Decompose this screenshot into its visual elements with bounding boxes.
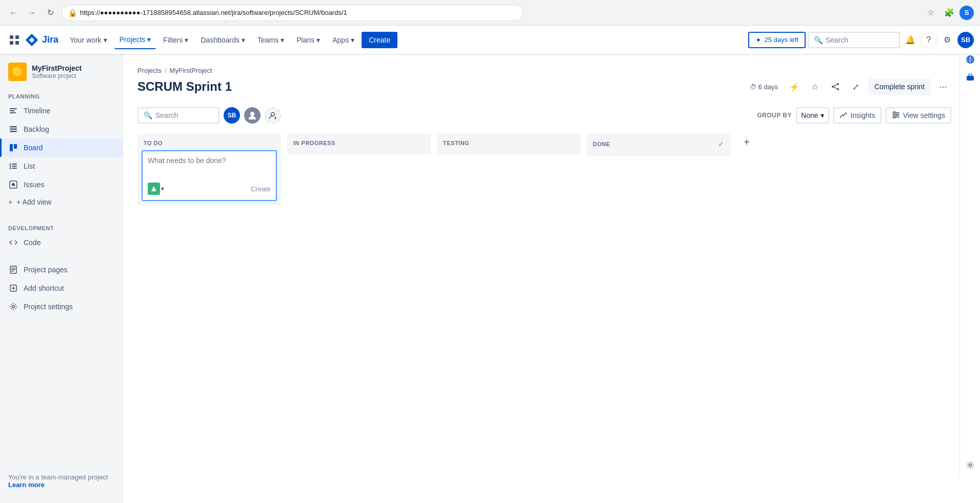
main-area: 🟡 MyFirstProject Software project PLANNI… bbox=[0, 54, 980, 503]
search-icon: 🔍 bbox=[814, 36, 823, 44]
breadcrumb-projects[interactable]: Projects bbox=[137, 67, 162, 74]
notifications-button[interactable]: 🔔 bbox=[902, 32, 918, 48]
right-sidebar bbox=[959, 29, 980, 477]
svg-rect-3 bbox=[15, 41, 19, 45]
svg-rect-23 bbox=[11, 271, 14, 272]
add-issue-card[interactable]: ▾ Create bbox=[142, 150, 277, 201]
left-sidebar: 🟡 MyFirstProject Software project PLANNI… bbox=[0, 54, 123, 503]
avatar-filter-user[interactable] bbox=[244, 107, 261, 124]
projects-nav[interactable]: Projects ▾ bbox=[114, 31, 156, 49]
days-left: 6 days bbox=[758, 83, 778, 91]
card-actions: ▾ Create bbox=[148, 183, 271, 195]
avatar-filter-sb[interactable]: SB bbox=[224, 107, 240, 124]
issue-type-dropdown[interactable]: ▾ bbox=[161, 185, 164, 192]
fullscreen-button[interactable]: ⤢ bbox=[848, 78, 864, 95]
filters-nav[interactable]: Filters ▾ bbox=[158, 31, 193, 49]
column-inprogress-title: IN PROGRESS bbox=[293, 140, 425, 146]
sidebar-item-list[interactable]: List bbox=[0, 157, 123, 175]
top-navigation: Jira Your work ▾ Projects ▾ Filters ▾ Da… bbox=[0, 26, 980, 54]
browser-profile-btn[interactable]: S bbox=[959, 6, 974, 20]
chevron-icon: ▾ bbox=[281, 36, 284, 44]
group-by-label: GROUP BY bbox=[757, 112, 792, 119]
sidebar-item-timeline[interactable]: Timeline bbox=[0, 102, 123, 120]
sidebar-item-code[interactable]: Code bbox=[0, 233, 123, 252]
teams-nav[interactable]: Teams ▾ bbox=[252, 31, 289, 49]
done-check-icon: ✓ bbox=[718, 140, 724, 148]
svg-rect-7 bbox=[10, 126, 17, 128]
add-issue-input[interactable] bbox=[148, 156, 271, 177]
more-options-button[interactable]: ··· bbox=[935, 78, 951, 95]
complete-sprint-button[interactable]: Complete sprint bbox=[868, 78, 931, 95]
svg-point-29 bbox=[832, 86, 834, 88]
issue-type-button[interactable] bbox=[148, 183, 160, 195]
sidebar-item-issues[interactable]: Issues bbox=[0, 175, 123, 194]
create-button[interactable]: Create bbox=[362, 32, 397, 48]
sidebar-divider bbox=[8, 214, 114, 215]
url-text: https://●●●●●●●●●●-1718858954658.atlassi… bbox=[80, 9, 347, 16]
svg-line-32 bbox=[834, 87, 837, 89]
sidebar-item-project-settings[interactable]: Project settings bbox=[0, 297, 123, 316]
chart-icon bbox=[839, 111, 848, 120]
column-todo: TO DO ▾ Create bbox=[137, 134, 281, 205]
browser-star-btn[interactable]: ☆ bbox=[923, 5, 939, 21]
clock-icon: ⏱ bbox=[750, 83, 756, 91]
board-toolbar: 🔍 Search SB GROUP BY None ▾ bbox=[137, 107, 951, 124]
share-button[interactable] bbox=[827, 78, 844, 95]
svg-rect-10 bbox=[10, 144, 13, 151]
search-box[interactable]: 🔍 Search bbox=[808, 32, 900, 48]
column-inprogress-header: IN PROGRESS bbox=[291, 138, 427, 150]
apps-grid-button[interactable] bbox=[6, 32, 23, 48]
breadcrumb-project[interactable]: MyFirstProject bbox=[170, 67, 212, 74]
team-managed-text: You're in a team-managed project bbox=[8, 473, 108, 481]
backlog-icon bbox=[8, 124, 18, 134]
svg-rect-17 bbox=[12, 168, 17, 169]
jira-logo[interactable]: Jira bbox=[25, 33, 58, 47]
board-icon bbox=[8, 143, 18, 153]
browser-extensions-btn[interactable]: 🧩 bbox=[941, 5, 957, 21]
column-done-header: DONE ✓ bbox=[591, 138, 726, 152]
sidebar-item-board[interactable]: Board bbox=[0, 138, 123, 157]
lightning-button[interactable]: ⚡ bbox=[786, 78, 803, 95]
sidebar-item-backlog[interactable]: Backlog bbox=[0, 120, 123, 138]
breadcrumb-separator: / bbox=[165, 67, 167, 74]
plans-nav[interactable]: Plans ▾ bbox=[291, 31, 325, 49]
your-work-nav[interactable]: Your work ▾ bbox=[65, 31, 112, 49]
search-icon: 🔍 bbox=[144, 111, 152, 119]
chevron-icon: ▾ bbox=[351, 36, 354, 44]
timeline-icon bbox=[8, 106, 18, 116]
time-badge: ⏱ 6 days bbox=[750, 83, 778, 91]
svg-rect-4 bbox=[10, 108, 17, 109]
add-column-button[interactable]: + bbox=[738, 134, 755, 150]
learn-more-link[interactable]: Learn more bbox=[8, 481, 45, 489]
right-sidebar-blue-btn[interactable] bbox=[962, 70, 978, 86]
board-search[interactable]: 🔍 Search bbox=[137, 107, 219, 124]
add-view-button[interactable]: + + Add view bbox=[0, 194, 123, 210]
svg-rect-0 bbox=[10, 35, 13, 39]
forward-button[interactable]: → bbox=[25, 6, 39, 20]
back-button[interactable]: ← bbox=[6, 6, 21, 20]
right-sidebar-settings-btn[interactable] bbox=[962, 457, 978, 473]
apps-nav[interactable]: Apps ▾ bbox=[327, 31, 359, 49]
dashboards-nav[interactable]: Dashboards ▾ bbox=[195, 31, 250, 49]
trial-button[interactable]: ✦ 25 days left bbox=[748, 32, 806, 48]
user-avatar[interactable]: SB bbox=[957, 32, 974, 48]
svg-point-40 bbox=[893, 111, 895, 113]
address-bar[interactable]: 🔒 https://●●●●●●●●●●-1718858954658.atlas… bbox=[62, 5, 523, 21]
refresh-button[interactable]: ↻ bbox=[43, 6, 57, 20]
create-issue-button[interactable]: Create bbox=[251, 185, 271, 193]
star-button[interactable]: ☆ bbox=[807, 78, 823, 95]
sidebar-item-project-pages[interactable]: Project pages bbox=[0, 260, 123, 279]
lock-icon: 🔒 bbox=[68, 9, 77, 17]
avatar-add-member[interactable] bbox=[265, 107, 281, 124]
sidebar-item-add-shortcut[interactable]: Add shortcut bbox=[0, 279, 123, 297]
view-settings-button[interactable]: View settings bbox=[886, 107, 951, 124]
help-button[interactable]: ? bbox=[921, 32, 937, 48]
breadcrumb: Projects / MyFirstProject bbox=[137, 67, 951, 74]
code-icon bbox=[8, 237, 18, 248]
group-by-select[interactable]: None ▾ bbox=[796, 107, 829, 124]
svg-line-31 bbox=[834, 85, 837, 86]
settings-button[interactable]: ⚙ bbox=[939, 32, 955, 48]
insights-button[interactable]: Insights bbox=[833, 107, 882, 124]
add-icon: + bbox=[8, 198, 12, 206]
column-done-title: DONE bbox=[593, 141, 715, 147]
